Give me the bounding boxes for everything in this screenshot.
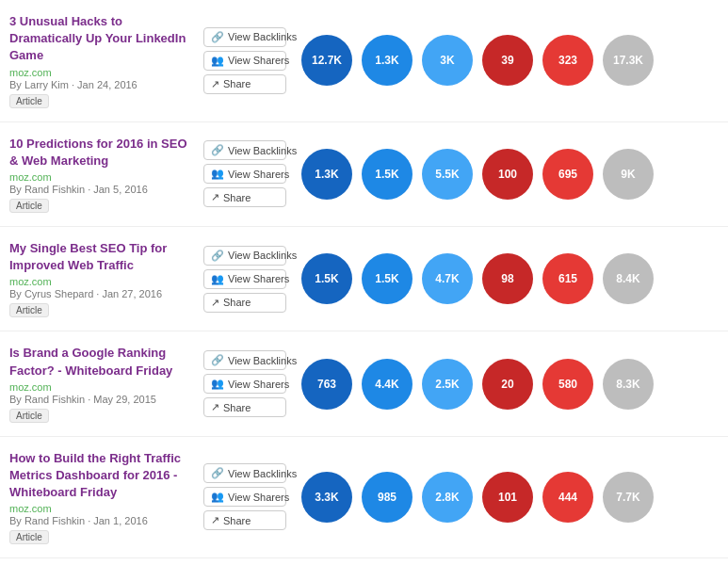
view-backlinks-button[interactable]: 🔗View Backlinks xyxy=(203,27,286,47)
article-info: Is Brand a Google Ranking Factor? - Whit… xyxy=(9,345,198,422)
metric-circle-3: 5.5K xyxy=(422,149,473,200)
share-button[interactable]: ↗Share xyxy=(203,293,286,313)
share-button[interactable]: ↗Share xyxy=(203,397,286,417)
metrics-row: 1.5K1.5K4.7K986158.4K xyxy=(292,253,719,304)
action-buttons: 🔗View Backlinks👥View Sharers↗Share xyxy=(198,246,292,313)
list-item-1: 3 Unusual Hacks to Dramatically Up Your … xyxy=(0,0,728,122)
article-tag: Article xyxy=(9,303,49,317)
metric-circle-1: 3.3K xyxy=(301,472,352,523)
article-source: moz.com xyxy=(9,381,188,393)
view-backlinks-button[interactable]: 🔗View Backlinks xyxy=(203,350,286,370)
article-tag: Article xyxy=(9,199,49,213)
view-sharers-label: View Sharers xyxy=(228,55,289,66)
metric-circle-6: 8.4K xyxy=(603,253,654,304)
metrics-row: 1.3K1.5K5.5K1006959K xyxy=(292,149,719,200)
list-item-4: Is Brand a Google Ranking Factor? - Whit… xyxy=(0,331,728,436)
metric-circle-3: 4.7K xyxy=(422,253,473,304)
article-info: 10 Predictions for 2016 in SEO & Web Mar… xyxy=(9,136,198,213)
view-sharers-button[interactable]: 👥View Sharers xyxy=(203,374,286,394)
view-backlinks-button[interactable]: 🔗View Backlinks xyxy=(203,463,286,483)
view-sharers-button[interactable]: 👥View Sharers xyxy=(203,51,286,71)
share-button[interactable]: ↗Share xyxy=(203,510,286,530)
view-sharers-icon: 👥 xyxy=(211,55,224,67)
article-tag: Article xyxy=(9,530,49,544)
view-backlinks-label: View Backlinks xyxy=(228,355,297,366)
view-sharers-button[interactable]: 👥View Sharers xyxy=(203,164,286,184)
metric-circle-1: 763 xyxy=(301,359,352,410)
metric-circle-4: 98 xyxy=(482,253,533,304)
metric-circle-5: 323 xyxy=(542,35,593,86)
view-backlinks-icon: 🔗 xyxy=(211,31,224,43)
action-buttons: 🔗View Backlinks👥View Sharers↗Share xyxy=(198,463,292,530)
share-button[interactable]: ↗Share xyxy=(203,74,286,94)
share-label: Share xyxy=(223,402,251,413)
view-backlinks-button[interactable]: 🔗View Backlinks xyxy=(203,140,286,160)
metric-circle-6: 17.3K xyxy=(603,35,654,86)
view-sharers-label: View Sharers xyxy=(228,379,289,390)
metric-circle-4: 39 xyxy=(482,35,533,86)
view-backlinks-button[interactable]: 🔗View Backlinks xyxy=(203,246,286,266)
metric-circle-1: 12.7K xyxy=(301,35,352,86)
list-item-3: My Single Best SEO Tip for Improved Web … xyxy=(0,227,728,331)
metric-circle-2: 985 xyxy=(362,472,413,523)
view-backlinks-label: View Backlinks xyxy=(228,31,297,42)
metric-circle-3: 3K xyxy=(422,35,473,86)
view-backlinks-label: View Backlinks xyxy=(228,468,297,479)
metric-circle-2: 1.3K xyxy=(362,35,413,86)
view-sharers-button[interactable]: 👥View Sharers xyxy=(203,269,286,289)
metrics-row: 3.3K9852.8K1014447.7K xyxy=(292,472,719,523)
article-title[interactable]: How to Build the Right Traffic Metrics D… xyxy=(9,450,188,502)
article-source: moz.com xyxy=(9,171,188,183)
content-list: 3 Unusual Hacks to Dramatically Up Your … xyxy=(0,0,728,558)
article-tag: Article xyxy=(9,409,49,423)
metric-circle-1: 1.3K xyxy=(301,149,352,200)
metric-circle-2: 1.5K xyxy=(362,253,413,304)
view-sharers-icon: 👥 xyxy=(211,273,224,285)
metric-circle-5: 580 xyxy=(542,359,593,410)
list-item-2: 10 Predictions for 2016 in SEO & Web Mar… xyxy=(0,122,728,227)
article-title[interactable]: Is Brand a Google Ranking Factor? - Whit… xyxy=(9,345,188,379)
article-source: moz.com xyxy=(9,503,188,514)
metric-circle-2: 1.5K xyxy=(362,149,413,200)
metric-circle-4: 20 xyxy=(482,359,533,410)
article-author: By Rand Fishkin · May 29, 2015 xyxy=(9,394,188,405)
share-icon: ↗ xyxy=(211,401,219,413)
article-info: How to Build the Right Traffic Metrics D… xyxy=(9,450,198,545)
view-backlinks-icon: 🔗 xyxy=(211,354,224,366)
article-title[interactable]: My Single Best SEO Tip for Improved Web … xyxy=(9,240,188,274)
metric-circle-4: 101 xyxy=(482,472,533,523)
view-sharers-button[interactable]: 👥View Sharers xyxy=(203,487,286,507)
metric-circle-1: 1.5K xyxy=(301,253,352,304)
article-title[interactable]: 3 Unusual Hacks to Dramatically Up Your … xyxy=(9,13,188,65)
metric-circle-2: 4.4K xyxy=(362,359,413,410)
metric-circle-3: 2.5K xyxy=(422,359,473,410)
view-sharers-label: View Sharers xyxy=(228,492,289,503)
article-author: By Rand Fishkin · Jan 1, 2016 xyxy=(9,515,188,526)
metric-circle-4: 100 xyxy=(482,149,533,200)
view-backlinks-icon: 🔗 xyxy=(211,144,224,156)
view-sharers-icon: 👥 xyxy=(211,491,224,503)
metric-circle-6: 7.7K xyxy=(603,472,654,523)
view-sharers-label: View Sharers xyxy=(228,169,289,180)
view-sharers-icon: 👥 xyxy=(211,168,224,180)
view-backlinks-icon: 🔗 xyxy=(211,250,224,262)
action-buttons: 🔗View Backlinks👥View Sharers↗Share xyxy=(198,350,292,417)
share-label: Share xyxy=(223,192,251,203)
article-title[interactable]: 10 Predictions for 2016 in SEO & Web Mar… xyxy=(9,136,188,170)
view-sharers-label: View Sharers xyxy=(228,273,289,284)
list-item-5: How to Build the Right Traffic Metrics D… xyxy=(0,437,728,559)
view-sharers-icon: 👥 xyxy=(211,378,224,390)
article-author: By Larry Kim · Jan 24, 2016 xyxy=(9,79,188,90)
share-icon: ↗ xyxy=(211,78,219,90)
metric-circle-6: 9K xyxy=(603,149,654,200)
metrics-row: 12.7K1.3K3K3932317.3K xyxy=(292,35,719,86)
metric-circle-5: 615 xyxy=(542,253,593,304)
share-label: Share xyxy=(223,297,251,308)
article-tag: Article xyxy=(9,94,49,108)
metric-circle-6: 8.3K xyxy=(603,359,654,410)
metric-circle-5: 444 xyxy=(542,472,593,523)
metric-circle-3: 2.8K xyxy=(422,472,473,523)
share-label: Share xyxy=(223,515,251,526)
share-button[interactable]: ↗Share xyxy=(203,187,286,207)
article-info: My Single Best SEO Tip for Improved Web … xyxy=(9,240,198,317)
